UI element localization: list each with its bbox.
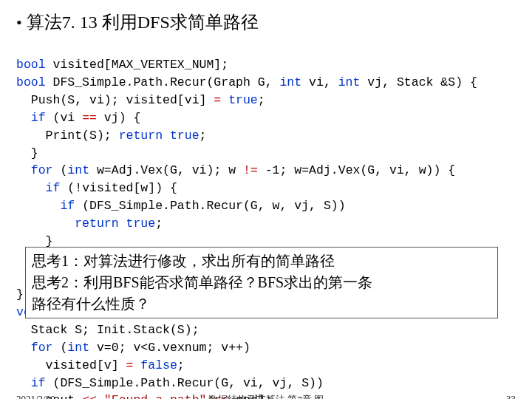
kw-bool: bool xyxy=(16,75,46,89)
footer-center: 数据结构及其算法 第7章 图 xyxy=(0,393,532,399)
code-block: bool visited[MAX_VERTEX_NUM]; bool DFS_S… xyxy=(16,38,516,399)
bullet-icon: • xyxy=(16,13,22,32)
kw-bool: bool xyxy=(16,58,46,72)
thinking-line-2: 思考2：利用BFS能否求简单路径？BFS求出的第一条 xyxy=(32,272,491,293)
thinking-callout: 思考1：对算法进行修改，求出所有的简单路径 思考2：利用BFS能否求简单路径？B… xyxy=(25,247,498,318)
slide-title: •算法7. 13 利用DFS求简单路径 xyxy=(16,10,516,34)
title-text: 算法7. 13 利用DFS求简单路径 xyxy=(27,13,259,32)
thinking-line-1: 思考1：对算法进行修改，求出所有的简单路径 xyxy=(32,250,491,272)
thinking-line-3: 路径有什么性质？ xyxy=(32,293,491,315)
footer-page-number: 33 xyxy=(506,393,516,399)
